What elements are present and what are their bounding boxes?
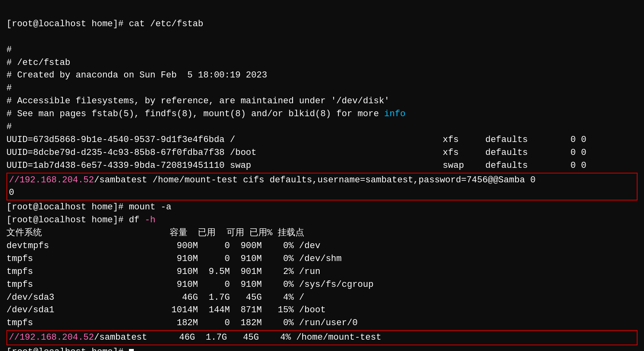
prompt: [root@localhost home]# xyxy=(6,202,129,212)
df-row: tmpfs 910M 9.5M 901M 2% /run xyxy=(6,265,638,278)
terminal-line xyxy=(6,31,638,44)
df-samba-row: //192.168.204.52/sambatest 46G 1.7G 45G … xyxy=(6,330,638,345)
prompt: [root@localhost home]# xyxy=(6,215,129,225)
terminal-line: # See man pages fstab(5), findfs(8), mou… xyxy=(6,108,638,121)
terminal-line: [root@localhost home]# xyxy=(6,346,638,351)
df-row: tmpfs 910M 0 910M 0% /sys/fs/cgroup xyxy=(6,278,638,291)
info-word: info xyxy=(384,109,405,119)
comment-text: # See man pages fstab(5), findfs(8), mou… xyxy=(6,109,384,119)
df-row: /dev/sda1 1014M 144M 871M 15% /boot xyxy=(6,304,638,317)
df-samba-rest: /sambatest 46G 1.7G 45G 4% /home/mount-t… xyxy=(94,332,381,343)
terminal-line: UUID=1ab7d438-6e57-4339-9bda-72081945111… xyxy=(6,159,638,172)
cursor xyxy=(129,349,134,351)
df-row: devtmpfs 900M 0 900M 0% /dev xyxy=(6,240,638,253)
samba-config: /sambatest /home/mount-test cifs default… xyxy=(94,175,536,185)
terminal-line: UUID=673d5868-9b1e-4540-9537-9d1f3e4f6bd… xyxy=(6,134,638,146)
df-row: tmpfs 182M 0 182M 0% /run/user/0 xyxy=(6,317,638,330)
terminal-line: # xyxy=(6,121,638,134)
df-header-row: 文件系统 容量 已用 可用 已用% 挂载点 xyxy=(6,227,638,240)
df-row: tmpfs 910M 0 910M 0% /dev/shm xyxy=(6,253,638,265)
terminal-line: # /etc/fstab xyxy=(6,56,638,69)
ip-address: //192.168.204.52 xyxy=(9,175,94,185)
command: mount -a xyxy=(129,202,172,212)
terminal-line: # xyxy=(6,82,638,95)
terminal-line: [root@localhost home]# df -h xyxy=(6,214,638,227)
cmd-part: df xyxy=(129,215,145,225)
df-samba-ip: //192.168.204.52 xyxy=(9,332,94,343)
command: cat /etc/fstab xyxy=(129,19,204,29)
terminal-line: UUID=8dcbe79d-d235-4c93-85b8-67f0fdba7f3… xyxy=(6,146,638,159)
terminal-output: [root@localhost home]# cat /etc/fstab ##… xyxy=(6,5,638,351)
cmd-part: -h xyxy=(145,215,155,225)
prompt: [root@localhost home]# xyxy=(6,347,129,351)
terminal-line: [root@localhost home]# mount -a xyxy=(6,201,638,214)
terminal-line: # Created by anaconda on Sun Feb 5 18:00… xyxy=(6,69,638,82)
prompt: [root@localhost home]# xyxy=(6,19,129,29)
terminal-line: # xyxy=(6,44,638,56)
terminal-line: [root@localhost home]# cat /etc/fstab xyxy=(6,18,638,31)
samba-fstab-entry: //192.168.204.52/sambatest /home/mount-t… xyxy=(6,173,638,201)
samba-config-line2: 0 xyxy=(9,188,14,198)
df-row: /dev/sda3 46G 1.7G 45G 4% / xyxy=(6,291,638,304)
terminal-line: # Accessible filesystems, by reference, … xyxy=(6,95,638,108)
